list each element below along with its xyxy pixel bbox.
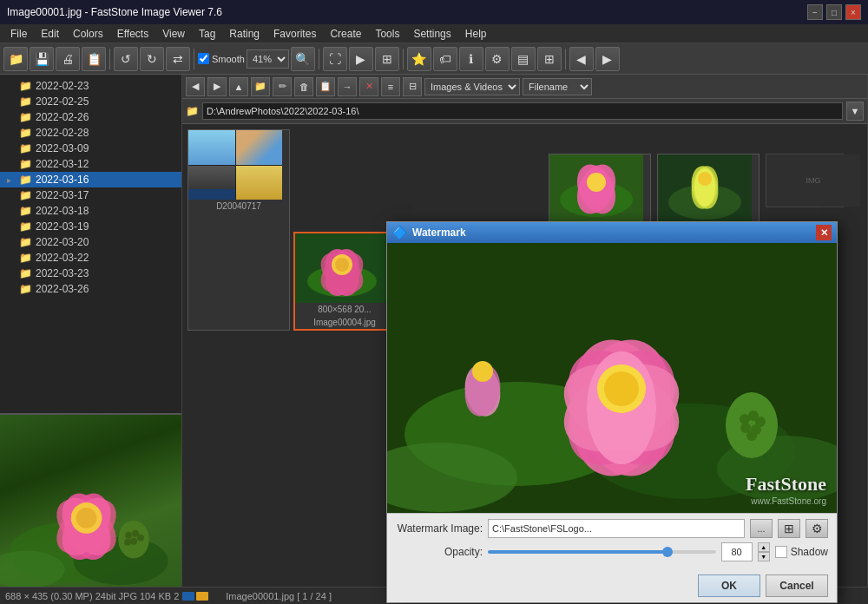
- menu-create[interactable]: Create: [323, 26, 368, 42]
- svg-point-66: [472, 361, 493, 382]
- tb-next-btn[interactable]: ▶: [595, 47, 620, 71]
- back-btn[interactable]: ◀: [186, 77, 205, 96]
- menu-file[interactable]: File: [3, 26, 34, 42]
- watermark-image-input[interactable]: [488, 519, 745, 538]
- svg-point-42: [698, 172, 712, 186]
- tb-prev-btn[interactable]: ◀: [569, 47, 594, 71]
- folder-label: 2022-03-22: [36, 252, 89, 264]
- thumb-filename-label: Image00004.jpg: [295, 316, 394, 329]
- opacity-value: 80: [721, 542, 753, 561]
- folder-label: 2022-03-20: [36, 236, 89, 248]
- sort-dropdown[interactable]: Filename: [523, 78, 592, 95]
- browse-btn[interactable]: ...: [750, 519, 773, 538]
- tb-grid-btn[interactable]: ⊞: [537, 47, 562, 71]
- tb-rotate-right-btn[interactable]: ↻: [140, 47, 164, 71]
- menu-tools[interactable]: Tools: [368, 26, 406, 42]
- minimize-button[interactable]: −: [807, 4, 823, 20]
- tb-rotate-left-btn[interactable]: ↺: [114, 47, 138, 71]
- folder-icon: 📁: [19, 252, 32, 264]
- tb-star-btn[interactable]: ⭐: [407, 47, 431, 71]
- shadow-text: Shadow: [791, 546, 828, 558]
- zoom-select[interactable]: 41%: [247, 49, 289, 69]
- opacity-label: Opacity:: [396, 546, 483, 558]
- smooth-checkbox[interactable]: [198, 53, 209, 64]
- resize-icon-btn[interactable]: ⊞: [778, 519, 800, 538]
- menu-favorites[interactable]: Favorites: [266, 26, 323, 42]
- shadow-checkbox[interactable]: [775, 546, 787, 558]
- cancel-button[interactable]: Cancel: [766, 574, 828, 597]
- folder-item[interactable]: 📁 2022-03-22: [0, 250, 181, 266]
- thumbnail-image-4[interactable]: [657, 154, 760, 225]
- folder-item[interactable]: 📁 2022-03-17: [0, 187, 181, 203]
- tb-zoom-in-btn[interactable]: 🔍: [291, 47, 315, 71]
- folder-item[interactable]: 📁 2022-02-28: [0, 125, 181, 141]
- svg-point-12: [125, 532, 132, 539]
- address-go-btn[interactable]: ▼: [846, 102, 864, 121]
- menu-tag[interactable]: Tag: [192, 26, 222, 42]
- address-input[interactable]: [202, 102, 843, 120]
- maximize-button[interactable]: □: [826, 4, 842, 20]
- folder-item[interactable]: 📁 2022-02-23: [0, 78, 181, 94]
- delete-btn[interactable]: 🗑: [294, 77, 313, 96]
- tb-slideshow-btn[interactable]: ▶: [349, 47, 373, 71]
- folder-item-selected[interactable]: ▸ 📁 2022-03-16: [0, 172, 181, 187]
- tb-thumb-btn[interactable]: ▤: [511, 47, 536, 71]
- folder-icon: 📁: [19, 95, 32, 108]
- menu-edit[interactable]: Edit: [34, 26, 66, 42]
- settings-icon-btn[interactable]: ⚙: [806, 519, 828, 538]
- menu-effects[interactable]: Effects: [110, 26, 155, 42]
- toolbar-separator4: [403, 49, 404, 69]
- tb-info-btn[interactable]: ℹ: [459, 47, 483, 71]
- filter-dropdown[interactable]: Images & Videos: [424, 78, 520, 95]
- menu-view[interactable]: View: [155, 26, 192, 42]
- folder-item[interactable]: 📁 2022-03-19: [0, 219, 181, 234]
- close-button[interactable]: ×: [845, 4, 861, 20]
- folder-item[interactable]: 📁 2022-03-26: [0, 281, 181, 297]
- folder-item[interactable]: 📁 2022-02-25: [0, 94, 181, 109]
- folder-item[interactable]: 📁 2022-02-26: [0, 109, 181, 125]
- cancel-tb-btn[interactable]: ✕: [359, 77, 378, 96]
- ok-button[interactable]: OK: [698, 574, 760, 597]
- folder-item[interactable]: 📁 2022-03-09: [0, 141, 181, 156]
- thumbnail-image-3[interactable]: [549, 154, 651, 225]
- tb-fullscreen-btn[interactable]: ⛶: [323, 47, 347, 71]
- tb-save-btn[interactable]: 💾: [30, 47, 54, 71]
- folder-label: 2022-02-25: [36, 95, 89, 108]
- opacity-slider[interactable]: [488, 550, 716, 554]
- copy-btn[interactable]: 📋: [316, 77, 335, 96]
- up-btn[interactable]: ▲: [229, 77, 248, 96]
- tb-open-btn[interactable]: 📁: [3, 47, 28, 71]
- svg-point-63: [746, 430, 757, 441]
- move-btn[interactable]: →: [338, 77, 357, 96]
- menu-colors[interactable]: Colors: [66, 26, 110, 42]
- menu-rating[interactable]: Rating: [222, 26, 266, 42]
- tb-tag-btn[interactable]: 🏷: [433, 47, 457, 71]
- watermark-dialog: 🔷 Watermark ✕: [386, 221, 838, 603]
- tb-print-btn[interactable]: 🖨: [56, 47, 80, 71]
- thumbnail-image-1[interactable]: 800×568 20... Image00004.jpg: [293, 232, 396, 331]
- opacity-spinner[interactable]: ▲ ▼: [758, 542, 770, 561]
- forward-btn[interactable]: ▶: [207, 77, 227, 96]
- thumbnail-folder[interactable]: D20040717: [187, 129, 290, 331]
- spin-up[interactable]: ▲: [758, 542, 770, 552]
- rename-btn[interactable]: ✏: [273, 77, 292, 96]
- thumbnail-image-5[interactable]: IMG: [766, 154, 844, 207]
- tb-settings-btn[interactable]: ⚙: [485, 47, 510, 71]
- menu-settings[interactable]: Settings: [406, 26, 457, 42]
- folder-item[interactable]: 📁 2022-03-12: [0, 156, 181, 172]
- tb-flip-btn[interactable]: ⇄: [166, 47, 190, 71]
- folder-item[interactable]: 📁 2022-03-20: [0, 234, 181, 250]
- folder-item[interactable]: 📁 2022-03-23: [0, 266, 181, 281]
- tb-copy-btn[interactable]: 📋: [82, 47, 106, 71]
- status-indicator-2: [196, 592, 208, 601]
- tb-compare-btn[interactable]: ⊞: [375, 47, 399, 71]
- folder-item[interactable]: 📁 2022-03-18: [0, 203, 181, 219]
- dialog-close-btn[interactable]: ✕: [816, 225, 832, 240]
- menu-help[interactable]: Help: [458, 26, 494, 42]
- spin-down[interactable]: ▼: [758, 552, 770, 561]
- thumb-image-area: [549, 154, 643, 224]
- detail-btn[interactable]: ⊟: [403, 77, 422, 96]
- new-folder-btn[interactable]: 📁: [251, 77, 270, 96]
- smooth-check[interactable]: Smooth: [198, 53, 245, 64]
- list-btn[interactable]: ≡: [381, 77, 400, 96]
